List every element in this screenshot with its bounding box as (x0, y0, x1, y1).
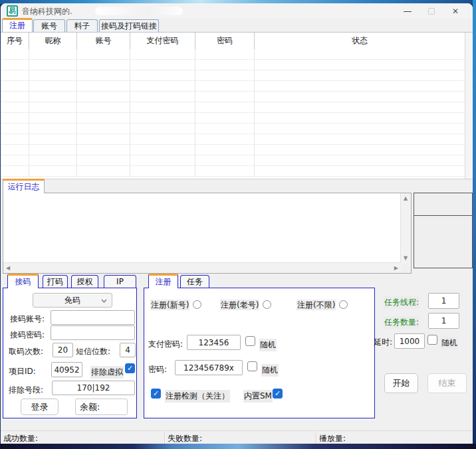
password-input[interactable] (175, 360, 243, 375)
tab-run-log[interactable]: 运行日志 (3, 179, 45, 193)
register-check-checkbox[interactable]: ✓ (151, 389, 161, 399)
column-header-password[interactable]: 密码 (195, 33, 255, 49)
tab-register-settings[interactable]: 注册 (148, 274, 178, 288)
close-button[interactable]: ✕ (443, 3, 467, 19)
table-header: 序号 昵称 账号 支付密码 密码 状态 (1, 33, 465, 49)
code-account-input[interactable] (51, 310, 135, 325)
sms-digits-input[interactable] (120, 343, 136, 357)
code-account-label: 接码账号: (10, 314, 45, 325)
password-random-label: 随机 (261, 364, 279, 377)
main-tab-bar: 注册 账号 料子 接码及打码链接 (1, 19, 473, 32)
status-bar: 成功数量: 失败数量: 播放量: (1, 430, 473, 444)
window-title: 音纳科技网的. (22, 6, 72, 17)
exclude-segment-label: 排除号段: (9, 385, 43, 396)
tab-authorization[interactable]: 授权 (71, 275, 98, 288)
register-panel: 注册(新号) 注册(老号) 注册(不限) 支付密码: 随机 密码: 随机 ✓ 注… (144, 288, 375, 418)
scroll-left-icon[interactable]: ◀ (6, 265, 10, 271)
pay-random-checkbox[interactable] (245, 336, 255, 346)
run-log-area[interactable]: ▲ ▼ ◀ ▶ (3, 193, 412, 274)
code-password-input[interactable] (51, 325, 135, 340)
log-vertical-scrollbar[interactable]: ▲ ▼ (400, 193, 411, 263)
radio-circle[interactable] (193, 300, 201, 309)
column-header-pay-password[interactable]: 支付密码 (130, 33, 195, 49)
column-header-account[interactable]: 账号 (77, 33, 130, 49)
radio-register-unlimited[interactable]: 注册(不限) (297, 300, 348, 311)
delay-random-checkbox[interactable] (427, 335, 437, 345)
account-table: 序号 昵称 账号 支付密码 密码 状态 (1, 32, 473, 179)
fetch-count-label: 取码次数: (9, 346, 43, 357)
scrollbar-corner (401, 263, 411, 273)
code-mode-select[interactable]: 免码 (33, 293, 112, 308)
tab-material[interactable]: 料子 (66, 19, 98, 32)
success-count-label: 成功数量: (3, 433, 38, 444)
register-check-label: 注册检测（关注） (165, 390, 230, 403)
code-password-label: 接码密码: (10, 329, 45, 341)
tab-code-links[interactable]: 接码及打码链接 (99, 19, 159, 32)
project-id-label: 项目ID: (9, 366, 36, 377)
radio-circle[interactable] (339, 300, 348, 309)
fetch-count-input[interactable] (53, 343, 73, 357)
table-scrollbar[interactable] (465, 33, 473, 179)
stop-button[interactable]: 结束 (427, 373, 467, 393)
radio-circle[interactable] (263, 300, 271, 309)
scroll-down-icon[interactable]: ▼ (404, 255, 408, 261)
minimize-button[interactable]: — (396, 3, 419, 19)
side-preview-top-box (414, 193, 472, 216)
tab-receive-code[interactable]: 接码 (7, 274, 39, 288)
app-window: 易 音纳科技网的. — ✕ 注册 账号 料子 接码及打码链接 序号 昵称 账号 … (1, 3, 473, 444)
desktop-edge-right (473, 0, 476, 449)
title-bar: 易 音纳科技网的. — ✕ (1, 3, 473, 19)
side-preview-panel (414, 193, 473, 268)
column-header-nickname[interactable]: 昵称 (29, 33, 77, 49)
app-icon: 易 (7, 5, 18, 17)
column-header-status[interactable]: 状态 (255, 33, 465, 49)
delay-random-label: 随机 (441, 337, 458, 349)
scroll-right-icon[interactable]: ▶ (394, 265, 398, 271)
delay-label: 延时: (374, 337, 392, 348)
window-controls: — ✕ (396, 3, 467, 19)
task-thread-label: 任务线程: (384, 296, 419, 309)
exclude-segment-input[interactable] (52, 381, 135, 395)
exclude-virtual-label: 排除虚拟 (90, 366, 124, 379)
chevron-down-icon (101, 299, 107, 303)
sms-digits-label: 短信位数: (76, 346, 110, 357)
login-button[interactable]: 登录 (21, 399, 59, 415)
builtin-sm-checkbox[interactable]: ✓ (273, 389, 283, 399)
fail-count-label: 失败数量: (168, 433, 202, 444)
log-horizontal-scrollbar[interactable]: ◀ ▶ (3, 262, 401, 273)
column-header-index[interactable]: 序号 (1, 33, 29, 49)
start-button[interactable]: 开始 (384, 373, 418, 393)
task-thread-input[interactable] (428, 293, 459, 309)
pay-random-label: 随机 (259, 339, 277, 351)
task-count-input[interactable] (428, 313, 459, 329)
code-mode-value: 免码 (64, 296, 80, 305)
delay-input[interactable] (394, 333, 425, 349)
pay-password-label: 支付密码: (148, 339, 183, 350)
scroll-up-icon[interactable]: ▲ (404, 195, 408, 201)
project-id-input[interactable] (51, 362, 82, 377)
desktop-edge-bottom (0, 444, 476, 449)
exclude-virtual-checkbox[interactable]: ✓ (125, 363, 135, 373)
tab-ip[interactable]: IP (104, 275, 136, 288)
balance-field: 余额: (75, 399, 128, 415)
tab-accounts[interactable]: 账号 (33, 19, 65, 32)
builtin-sm-label: 内置SM (243, 390, 273, 403)
redacted-title-area (95, 7, 183, 15)
pay-password-input[interactable] (187, 335, 241, 350)
password-label: 密码: (148, 364, 167, 375)
desktop: 易 音纳科技网的. — ✕ 注册 账号 料子 接码及打码链接 序号 昵称 账号 … (0, 0, 476, 449)
task-count-label: 任务数量: (384, 316, 419, 329)
tab-task-settings[interactable]: 任务 (180, 275, 209, 288)
password-random-checkbox[interactable] (247, 361, 257, 371)
table-body-empty (1, 49, 465, 177)
radio-register-new[interactable]: 注册(新号) (150, 300, 201, 311)
maximize-icon (428, 8, 435, 15)
tab-solve-code[interactable]: 打码 (43, 275, 68, 288)
radio-register-old[interactable]: 注册(老号) (220, 300, 271, 311)
play-count-label: 播放量: (319, 433, 346, 444)
receive-code-panel: 免码 接码账号: 接码密码: 取码次数: 短信位数: 项目ID: 排除虚拟 ✓ … (3, 288, 137, 418)
tab-register[interactable]: 注册 (2, 18, 33, 32)
maximize-button[interactable] (419, 3, 443, 19)
